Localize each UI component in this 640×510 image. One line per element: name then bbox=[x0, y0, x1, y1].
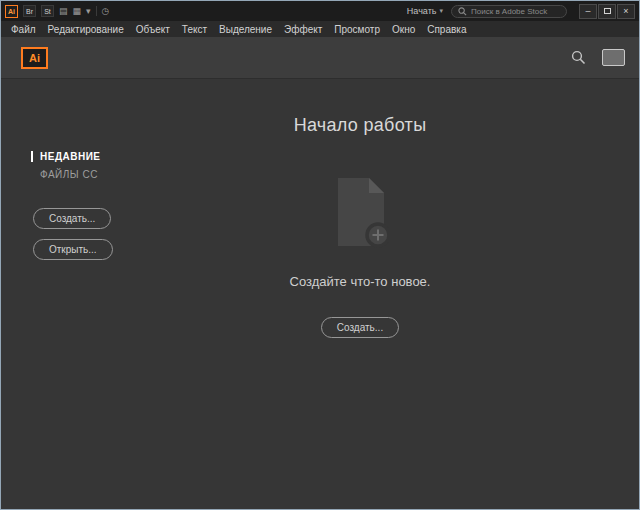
menubar: Файл Редактирование Объект Текст Выделен… bbox=[1, 21, 639, 37]
chevron-down-icon: ▾ bbox=[439, 7, 443, 15]
appbar: Ai bbox=[1, 37, 639, 79]
app-icon: Ai bbox=[5, 5, 18, 18]
menu-item-object[interactable]: Объект bbox=[130, 24, 176, 35]
bridge-badge[interactable]: Br bbox=[23, 5, 36, 17]
sidebar-item-cc-files[interactable]: ФАЙЛЫ CC bbox=[31, 169, 113, 180]
close-button[interactable]: × bbox=[617, 4, 635, 19]
menu-item-effect[interactable]: Эффект bbox=[278, 24, 328, 35]
menu-item-select[interactable]: Выделение bbox=[213, 24, 278, 35]
menu-item-type[interactable]: Текст bbox=[176, 24, 213, 35]
window-controls: – × bbox=[579, 4, 635, 19]
create-button[interactable]: Создать... bbox=[33, 208, 111, 229]
titlebar-divider bbox=[96, 6, 97, 16]
open-button[interactable]: Открыть... bbox=[33, 239, 113, 260]
welcome-sidebar: НЕДАВНИЕ ФАЙЛЫ CC Создать... Открыть... bbox=[31, 151, 113, 260]
start-dropdown-label: Начать bbox=[407, 6, 437, 16]
maximize-button[interactable] bbox=[598, 4, 616, 19]
stock-badge[interactable]: St bbox=[41, 5, 54, 17]
page-title: Начало работы bbox=[294, 115, 427, 136]
arrange-documents-icon[interactable]: ▦ bbox=[73, 7, 82, 16]
start-dropdown[interactable]: Начать ▾ bbox=[407, 6, 443, 16]
new-document-icon bbox=[331, 176, 389, 248]
minimize-button[interactable]: – bbox=[579, 4, 597, 19]
stock-search-input[interactable] bbox=[471, 7, 560, 16]
search-icon bbox=[458, 7, 467, 16]
illustrator-window: Ai Br St ▤ ▦ ▾ ◷ Начать ▾ – × bbox=[0, 0, 640, 510]
sidebar-item-recent[interactable]: НЕДАВНИЕ bbox=[31, 151, 113, 162]
app-menu-icon[interactable]: ▤ bbox=[59, 7, 68, 16]
titlebar: Ai Br St ▤ ▦ ▾ ◷ Начать ▾ – × bbox=[1, 1, 639, 21]
menu-item-file[interactable]: Файл bbox=[5, 24, 42, 35]
create-new-button[interactable]: Создать... bbox=[321, 317, 399, 338]
workspace-reset-icon[interactable]: ◷ bbox=[102, 7, 110, 16]
welcome-main: Начало работы Создайте что-то новое. Соз… bbox=[141, 79, 579, 338]
menu-item-help[interactable]: Справка bbox=[421, 24, 472, 35]
welcome-screen: НЕДАВНИЕ ФАЙЛЫ CC Создать... Открыть... … bbox=[1, 79, 639, 509]
maximize-icon bbox=[604, 8, 611, 14]
chevron-down-icon[interactable]: ▾ bbox=[86, 7, 91, 16]
menu-item-view[interactable]: Просмотр bbox=[328, 24, 386, 35]
empty-state-message: Создайте что-то новое. bbox=[290, 274, 431, 289]
illustrator-logo: Ai bbox=[21, 47, 48, 69]
stock-search-field[interactable] bbox=[451, 5, 567, 18]
search-icon[interactable] bbox=[571, 50, 586, 65]
profile-button[interactable] bbox=[602, 49, 625, 66]
menu-item-window[interactable]: Окно bbox=[386, 24, 421, 35]
menu-item-edit[interactable]: Редактирование bbox=[42, 24, 130, 35]
